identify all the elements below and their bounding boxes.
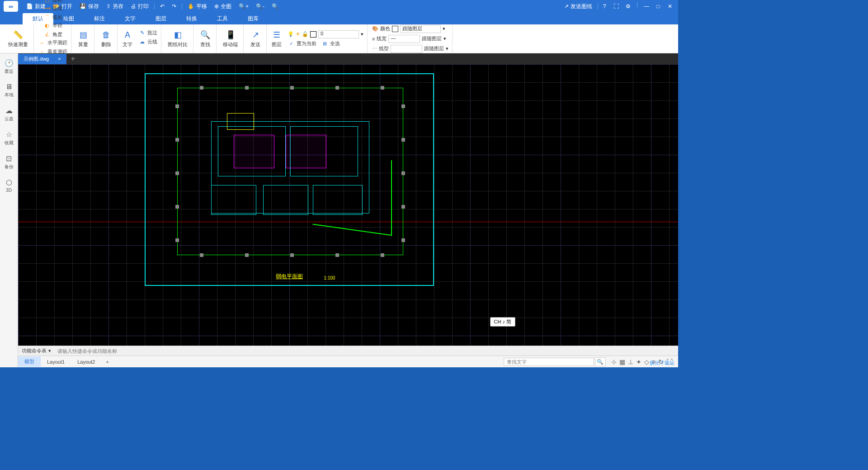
ortho-toggle[interactable]: ⊥ bbox=[628, 358, 633, 366]
save-button[interactable]: 💾保存 bbox=[76, 3, 103, 10]
ime-indicator: CH ♪ 简 bbox=[490, 317, 516, 327]
tab-library[interactable]: 图库 bbox=[238, 13, 269, 24]
chevron-down-icon: ▾ bbox=[48, 348, 51, 354]
layout-tab-1[interactable]: Layout1 bbox=[41, 357, 71, 366]
lock-icon: 🔓 bbox=[302, 31, 308, 37]
color-selector[interactable]: 🎨颜色跟随图层▾ bbox=[370, 24, 450, 33]
area-button[interactable]: ▢面积 bbox=[42, 0, 64, 5]
zoomout-icon: 🔍- bbox=[256, 3, 264, 9]
sidebar-local[interactable]: 🖥本地 bbox=[0, 81, 18, 100]
compare-icon: ◧ bbox=[172, 29, 183, 40]
lineweight-toggle[interactable]: ≡ bbox=[652, 358, 656, 366]
send-button[interactable]: ↗发送 bbox=[248, 28, 263, 49]
layout-tab-2[interactable]: Layout2 bbox=[71, 357, 101, 366]
sidebar-backup[interactable]: ⊡备份 bbox=[0, 152, 18, 172]
minimize-button[interactable]: — bbox=[642, 2, 651, 11]
main-area: 示例图.dwg× + bbox=[18, 53, 678, 367]
bulb-icon: 💡 bbox=[288, 31, 294, 37]
drawing-title: 弱电平面图 bbox=[276, 273, 303, 280]
sidebar-recent[interactable]: 🕐最近 bbox=[0, 57, 18, 76]
selectall-button[interactable]: ⊞全选 bbox=[319, 40, 342, 48]
close-button[interactable]: ✕ bbox=[665, 2, 675, 11]
cloud-icon: ☁ bbox=[138, 38, 146, 45]
find-button[interactable]: 🔍查找 bbox=[198, 28, 212, 49]
find-text-button[interactable]: 🔍 bbox=[595, 357, 606, 366]
arclength-button[interactable]: ⌒弧长 bbox=[42, 14, 64, 22]
settings-button[interactable]: ⚙ bbox=[623, 2, 632, 11]
sidebar-cloud[interactable]: ☁云盘 bbox=[0, 104, 18, 124]
mobile-button[interactable]: 📱移动端 bbox=[221, 28, 240, 49]
add-layout-button[interactable]: + bbox=[101, 359, 113, 365]
search-icon: 🔍 bbox=[200, 29, 211, 40]
find-text-input[interactable] bbox=[504, 358, 594, 366]
annotate-button[interactable]: ✎批注 bbox=[137, 28, 159, 37]
print-icon: 🖨 bbox=[131, 3, 136, 9]
tab-annotate[interactable]: 标注 bbox=[84, 13, 115, 24]
radius-button[interactable]: ◐半径 bbox=[42, 22, 64, 30]
area-icon: ▢ bbox=[43, 0, 51, 4]
fit-button[interactable]: ⊕全图 bbox=[211, 3, 235, 10]
cycle-toggle[interactable]: ↻ bbox=[658, 358, 664, 366]
snap-toggle[interactable]: ⊹ bbox=[611, 358, 617, 366]
close-tab-icon[interactable]: × bbox=[58, 56, 61, 62]
zoomout-button[interactable]: 🔍- bbox=[252, 3, 268, 9]
annotate-icon: ✎ bbox=[138, 29, 146, 36]
osnap-toggle[interactable]: ◇ bbox=[644, 358, 649, 366]
layout-tab-model[interactable]: 模型 bbox=[18, 356, 41, 367]
calc-icon: ▤ bbox=[78, 29, 89, 40]
radius-icon: ◐ bbox=[43, 22, 51, 29]
tab-layer[interactable]: 图层 bbox=[146, 13, 176, 24]
pan-button[interactable]: ✋平移 bbox=[184, 3, 211, 10]
tab-convert[interactable]: 转换 bbox=[176, 13, 207, 24]
sidebar-favorites[interactable]: ☆收藏 bbox=[0, 128, 18, 148]
grid-toggle[interactable]: ▦ bbox=[619, 358, 625, 366]
trash-icon: 🗑 bbox=[101, 29, 112, 40]
layer-selector[interactable]: 💡☀🔓 0▾ bbox=[286, 30, 365, 39]
polar-toggle[interactable]: ✦ bbox=[636, 358, 642, 366]
zoomwindow-button[interactable]: 🔍 bbox=[268, 3, 282, 9]
send-icon: ↗ bbox=[250, 29, 261, 40]
zoomin-button[interactable]: 🔍+ bbox=[235, 3, 252, 9]
layer-button[interactable]: ☰图层 bbox=[269, 28, 284, 49]
tab-tools[interactable]: 工具 bbox=[207, 13, 238, 24]
fullscreen-button[interactable]: ⛶ bbox=[612, 2, 621, 11]
delete-button[interactable]: 🗑删除 bbox=[99, 28, 113, 49]
save-icon: 💾 bbox=[80, 3, 86, 9]
redo-button[interactable]: ↷ bbox=[168, 3, 180, 9]
backup-icon: ⊡ bbox=[6, 154, 12, 163]
sidebar-3d[interactable]: ⬡3D bbox=[0, 176, 18, 195]
text-button[interactable]: A文字 bbox=[120, 28, 135, 49]
hand-icon: ✋ bbox=[188, 3, 194, 9]
setcurrent-button[interactable]: ✓置为当前 bbox=[286, 40, 318, 48]
color-icon: 🎨 bbox=[372, 26, 378, 32]
drawing-canvas[interactable]: 弱电平面图 1:100 CH ♪ 简 bbox=[18, 64, 678, 346]
continuous-button[interactable]: ⟿连续 bbox=[42, 5, 64, 13]
cloud-button[interactable]: ☁云线 bbox=[137, 38, 159, 46]
linetype-selector[interactable]: ⋯线型跟随图层▾ bbox=[370, 44, 450, 53]
sun-icon: ☀ bbox=[296, 31, 300, 37]
print-button[interactable]: 🖨打印 bbox=[127, 3, 152, 10]
fullscreen-toggle[interactable]: ⛶ bbox=[666, 358, 673, 366]
cad-drawing: 弱电平面图 1:100 bbox=[145, 73, 434, 286]
command-input[interactable] bbox=[55, 348, 678, 354]
menu-bar: 默认 绘图 标注 文字 图层 转换 工具 图库 bbox=[0, 13, 678, 24]
compare-button[interactable]: ◧图纸对比 bbox=[166, 28, 189, 49]
monitor-icon: 🖥 bbox=[5, 83, 13, 91]
calc-button[interactable]: ▤算量 bbox=[76, 28, 90, 49]
angle-button[interactable]: ∠角度 bbox=[42, 31, 64, 39]
add-tab-button[interactable]: + bbox=[66, 55, 80, 63]
send-drawing-button[interactable]: ↗发送图纸 bbox=[561, 3, 596, 10]
help-button[interactable]: ? bbox=[600, 2, 609, 11]
undo-button[interactable]: ↶ bbox=[156, 3, 168, 9]
document-tab[interactable]: 示例图.dwg× bbox=[18, 54, 66, 64]
cloud-disk-icon: ☁ bbox=[5, 106, 13, 115]
tab-text[interactable]: 文字 bbox=[115, 13, 146, 24]
maximize-button[interactable]: □ bbox=[654, 2, 663, 11]
horiz-dist-button[interactable]: ↔水平测距 bbox=[37, 39, 69, 47]
saveas-button[interactable]: ⇪另存 bbox=[103, 3, 127, 10]
lineweight-selector[interactable]: ≡线宽—跟随图层▾ bbox=[370, 34, 450, 43]
selectall-icon: ⊞ bbox=[321, 40, 328, 47]
quick-measure-button[interactable]: 📏 快速测量 bbox=[6, 28, 30, 49]
command-label[interactable]: 功能命令表▾ bbox=[18, 347, 55, 354]
horiz-icon: ↔ bbox=[38, 39, 46, 47]
